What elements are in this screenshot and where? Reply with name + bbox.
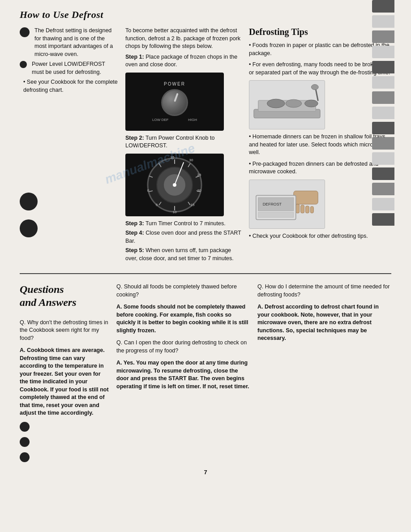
qa-section: Questions and Answers Q. Why don't the d… <box>20 283 391 462</box>
svg-point-26 <box>267 99 285 108</box>
svg-rect-32 <box>294 191 318 204</box>
page-title: How to Use Defrost <box>20 9 391 21</box>
svg-rect-34 <box>301 205 304 213</box>
sidebar-tab-15 <box>372 213 394 226</box>
food-svg-1 <box>249 81 325 129</box>
svg-text:25: 25 <box>197 173 201 177</box>
middle-intro: To become better acquainted with the def… <box>125 27 242 51</box>
timer-image: 35 30 25 20 15 10 5 0 <box>125 154 224 216</box>
svg-text:30: 30 <box>189 158 193 162</box>
qa-left-a1: A. Cookbook times are average. Defrostin… <box>20 347 109 417</box>
intro-text: The Defrost setting is designed for thaw… <box>34 27 118 58</box>
svg-text:0: 0 <box>147 189 150 193</box>
svg-point-31 <box>311 85 318 90</box>
svg-rect-35 <box>306 206 309 213</box>
decorative-circle-2 <box>20 219 38 237</box>
svg-point-23 <box>173 183 176 187</box>
section-divider <box>20 273 391 274</box>
qa-right-q1: Q. How do I determine the amount of time… <box>257 283 391 299</box>
sidebar-tab-10 <box>372 137 394 150</box>
qa-middle-column: Q. Should all foods be completely thawed… <box>116 283 250 462</box>
sidebar-tab-4 <box>372 46 394 58</box>
sidebar-tab-9 <box>372 122 394 134</box>
step2-text: Step 2: Turn Power Control Knob to LOW/D… <box>125 134 242 150</box>
tip-5: Check your Cookbook for other defrosting… <box>249 232 391 240</box>
step1-text: Step 1: Place package of frozen chops in… <box>125 53 242 69</box>
svg-text:35: 35 <box>171 156 175 159</box>
bullet-icon-2 <box>20 61 27 68</box>
svg-rect-40 <box>258 212 294 217</box>
tip-3: Homemade dinners can be frozen in shallo… <box>249 133 391 157</box>
knob-high-label: HIGH <box>188 118 197 122</box>
svg-line-29 <box>316 89 318 100</box>
svg-text:5: 5 <box>156 203 158 207</box>
qa-mid-a1: A. Some foods should not be completely t… <box>116 303 250 335</box>
sidebar-tab-5 <box>372 61 394 73</box>
svg-point-28 <box>305 100 318 107</box>
knob-low-label: LOW DEF <box>152 118 168 122</box>
qa-mid-q1: Q. Should all foods be completely thawed… <box>116 283 250 299</box>
bullet-row-2: Power Level LOW/DEFROST must be used for… <box>20 60 118 76</box>
top-section: The Defrost setting is designed for thaw… <box>20 27 391 264</box>
middle-column: To become better acquainted with the def… <box>125 27 242 264</box>
qa-title: Questions and Answers <box>20 283 109 309</box>
qa-right-column: Q. How do I determine the amount of time… <box>257 283 391 462</box>
qa-bullet-3 <box>20 452 30 462</box>
svg-text:20: 20 <box>197 189 201 193</box>
svg-point-27 <box>286 99 302 107</box>
timer-dial-svg: 35 30 25 20 15 10 5 0 <box>146 156 204 214</box>
step3-text: Step 3: Turn Timer Control to 7 minutes. <box>125 220 242 228</box>
sidebar-tab-14 <box>372 198 394 210</box>
qa-title-column: Questions and Answers Q. Why don't the d… <box>20 283 109 462</box>
bullet-text-2: Power Level LOW/DEFROST must be used for… <box>32 60 118 76</box>
power-label: POWER <box>164 82 185 86</box>
qa-left-q1: Q. Why don't the defrosting times in the… <box>20 319 109 343</box>
food-illustration-1 <box>249 80 325 129</box>
qa-right-a1: A. Defrost according to defrost chart fo… <box>257 303 391 343</box>
svg-rect-33 <box>296 204 300 213</box>
svg-rect-36 <box>310 206 313 213</box>
sidebar-tab-11 <box>372 152 394 165</box>
sidebar-tab-2 <box>372 15 394 28</box>
step5-text: Step 5: When oven turns off, turn packag… <box>125 247 242 262</box>
bullet-icon-1 <box>20 27 30 37</box>
step4-text: Step 4: Close oven door and press the ST… <box>125 229 242 245</box>
sidebar-tab-7 <box>372 91 394 104</box>
sidebar-tab-3 <box>372 30 394 43</box>
power-knob <box>161 89 188 116</box>
svg-text:DEFROST: DEFROST <box>263 202 282 206</box>
tip-1: Foods frozen in paper or plastic can be … <box>249 42 391 57</box>
sidebar-tab-8 <box>372 107 394 119</box>
qa-bullet-2 <box>20 437 30 447</box>
qa-mid-q2: Q. Can I open the door during defrosting… <box>116 339 250 355</box>
qa-mid-a2: A. Yes. You may open the door at any tim… <box>116 359 250 390</box>
knob-indicator <box>174 93 179 102</box>
page-number: 7 <box>20 469 391 476</box>
decorative-circle-1 <box>20 193 38 210</box>
tip-2: For even defrosting, many foods need to … <box>249 61 391 77</box>
food-svg-2: DEFROST <box>249 180 325 228</box>
right-column: Defrosting Tips Foods frozen in paper or… <box>249 27 391 264</box>
sidebar-tab-1 <box>372 0 394 13</box>
right-sidebar <box>372 0 398 532</box>
svg-text:15: 15 <box>191 203 195 207</box>
left-column: The Defrost setting is designed for thaw… <box>20 27 118 264</box>
svg-text:10: 10 <box>173 210 177 214</box>
sidebar-tab-13 <box>372 183 394 195</box>
power-knob-image: POWER LOW DEF HIGH <box>125 73 224 131</box>
bullet-text-3: • See your Cookbook for the complete def… <box>23 78 118 94</box>
sidebar-tab-6 <box>372 76 394 89</box>
food-illustration-2: DEFROST <box>249 180 325 229</box>
qa-bullet-1 <box>20 422 30 432</box>
sidebar-tab-12 <box>372 167 394 180</box>
defrosting-tips-heading: Defrosting Tips <box>249 27 391 37</box>
tip-4: Pre-packaged frozen dinners can be defro… <box>249 160 391 176</box>
intro-bullet: The Defrost setting is designed for thaw… <box>20 27 118 58</box>
